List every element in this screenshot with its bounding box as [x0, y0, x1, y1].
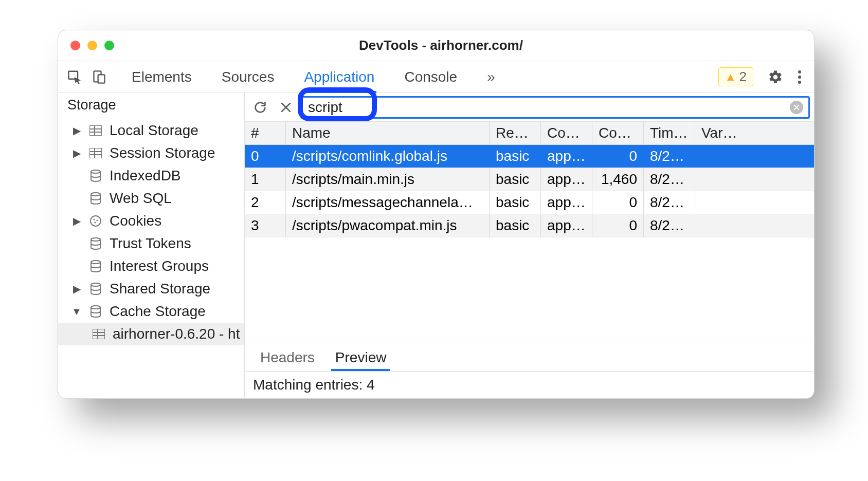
sidebar-section-storage: Storage — [58, 93, 244, 119]
minimize-window-button[interactable] — [87, 41, 97, 50]
sidebar-item-session-storage[interactable]: ▶ Session Storage — [58, 142, 244, 164]
database-icon — [88, 237, 103, 250]
device-toolbar-icon[interactable] — [92, 69, 106, 85]
toolbar-right: ▲ 2 — [706, 61, 814, 92]
cell-clen: 1,460 — [592, 168, 644, 191]
svg-point-18 — [96, 219, 98, 221]
sidebar-item-local-storage[interactable]: ▶ Local Storage — [58, 119, 244, 142]
svg-rect-24 — [93, 329, 105, 339]
cell-ctype: app… — [541, 214, 592, 237]
cell-vary — [695, 214, 814, 237]
filter-input[interactable] — [307, 99, 389, 116]
cell-clen: 0 — [592, 191, 644, 214]
table-header: # Name Res… Co… Co… Tim… Var… — [245, 122, 814, 145]
filter-input-wrapper — [300, 96, 810, 119]
svg-point-23 — [91, 306, 100, 309]
table-row[interactable]: 3/scripts/pwacompat.min.jsbasicapp…08/2… — [245, 214, 814, 237]
col-name[interactable]: Name — [286, 122, 490, 144]
table-body: 0/scripts/comlink.global.jsbasicapp…08/2… — [245, 145, 814, 237]
svg-rect-10 — [89, 148, 102, 158]
database-icon — [88, 260, 103, 272]
panel-tabs: Elements Sources Application Console » — [116, 61, 706, 92]
settings-icon[interactable] — [768, 69, 783, 85]
col-vary[interactable]: Var… — [695, 122, 814, 144]
cell-name: /scripts/main.min.js — [286, 168, 490, 191]
table-row[interactable]: 2/scripts/messagechannela…basicapp…08/2… — [245, 191, 814, 214]
col-index[interactable]: # — [245, 122, 286, 144]
cell-time: 8/2… — [644, 168, 695, 191]
svg-point-20 — [91, 238, 100, 241]
col-content-length[interactable]: Co… — [592, 122, 644, 144]
chevron-down-icon: ▼ — [71, 306, 82, 318]
col-time[interactable]: Tim… — [644, 122, 695, 144]
cell-ctype: app… — [541, 191, 592, 214]
more-tabs-icon[interactable]: » — [487, 69, 495, 85]
titlebar: DevTools - airhorner.com/ — [58, 30, 814, 61]
detail-tabs: Headers Preview — [245, 342, 814, 371]
clear-filter-button[interactable] — [790, 101, 803, 114]
cell-time: 8/2… — [644, 191, 695, 214]
refresh-button[interactable] — [249, 96, 272, 119]
cell-clen: 0 — [592, 214, 644, 237]
sidebar-item-cache-airhorner[interactable]: airhorner-0.6.20 - ht — [58, 323, 244, 345]
chevron-right-icon: ▶ — [71, 283, 82, 295]
svg-point-5 — [798, 81, 801, 84]
svg-point-21 — [91, 261, 100, 264]
inspect-element-icon[interactable] — [67, 69, 83, 85]
sidebar-item-indexeddb[interactable]: IndexedDB — [58, 164, 244, 187]
table-icon — [91, 329, 106, 339]
sidebar-item-websql[interactable]: Web SQL — [58, 187, 244, 210]
svg-point-15 — [91, 193, 100, 196]
tab-sources[interactable]: Sources — [222, 61, 275, 92]
kebab-menu-icon[interactable] — [798, 69, 802, 85]
sidebar-item-label: Local Storage — [110, 122, 198, 139]
chevron-right-icon: ▶ — [71, 124, 82, 137]
col-response[interactable]: Res… — [490, 122, 541, 144]
sidebar-item-cache-storage[interactable]: ▼ Cache Storage — [58, 300, 244, 323]
col-content-type[interactable]: Co… — [541, 122, 592, 144]
cell-idx: 0 — [245, 145, 286, 168]
cell-idx: 2 — [245, 191, 286, 214]
warnings-badge[interactable]: ▲ 2 — [718, 67, 753, 86]
svg-point-17 — [93, 218, 95, 220]
sidebar-item-label: Shared Storage — [110, 281, 210, 297]
tab-elements[interactable]: Elements — [132, 61, 192, 92]
warning-icon: ▲ — [725, 70, 736, 84]
zoom-window-button[interactable] — [104, 41, 114, 50]
cell-res: basic — [490, 214, 541, 237]
svg-point-22 — [91, 283, 100, 286]
detail-tab-headers[interactable]: Headers — [259, 346, 316, 371]
cell-time: 8/2… — [644, 145, 695, 168]
cell-vary — [695, 191, 814, 214]
sidebar-item-interest-groups[interactable]: Interest Groups — [58, 255, 244, 278]
sidebar-item-cookies[interactable]: ▶ Cookies — [58, 210, 244, 232]
toolbar-left — [58, 61, 116, 92]
filter-toolbar — [245, 93, 814, 122]
detail-tab-preview[interactable]: Preview — [334, 346, 388, 371]
sidebar-item-label: Interest Groups — [110, 258, 209, 274]
window-title: DevTools - airhorner.com/ — [114, 38, 814, 53]
svg-point-3 — [798, 70, 801, 73]
close-window-button[interactable] — [70, 41, 80, 50]
cell-time: 8/2… — [644, 214, 695, 237]
delete-button[interactable] — [275, 96, 297, 119]
status-footer: Matching entries: 4 — [245, 371, 814, 398]
cell-name: /scripts/comlink.global.js — [286, 145, 490, 168]
sidebar-item-label: Trust Tokens — [110, 235, 191, 252]
cell-ctype: app… — [541, 168, 592, 191]
cell-ctype: app… — [541, 145, 592, 168]
cell-res: basic — [490, 168, 541, 191]
cell-res: basic — [490, 191, 541, 214]
table-row[interactable]: 1/scripts/main.min.jsbasicapp…1,4608/2… — [245, 168, 814, 191]
tab-application[interactable]: Application — [304, 61, 374, 92]
table-row[interactable]: 0/scripts/comlink.global.jsbasicapp…08/2… — [245, 145, 814, 168]
sidebar-tree: ▶ Local Storage ▶ Session Storage Indexe… — [58, 119, 244, 345]
database-icon — [88, 192, 103, 205]
svg-rect-2 — [98, 75, 105, 83]
sidebar-item-trust-tokens[interactable]: Trust Tokens — [58, 232, 244, 255]
sidebar-item-shared-storage[interactable]: ▶ Shared Storage — [58, 278, 244, 300]
cell-idx: 3 — [245, 214, 286, 237]
cell-vary — [695, 145, 814, 168]
sidebar-item-label: airhorner-0.6.20 - ht — [113, 326, 240, 342]
tab-console[interactable]: Console — [404, 61, 457, 92]
